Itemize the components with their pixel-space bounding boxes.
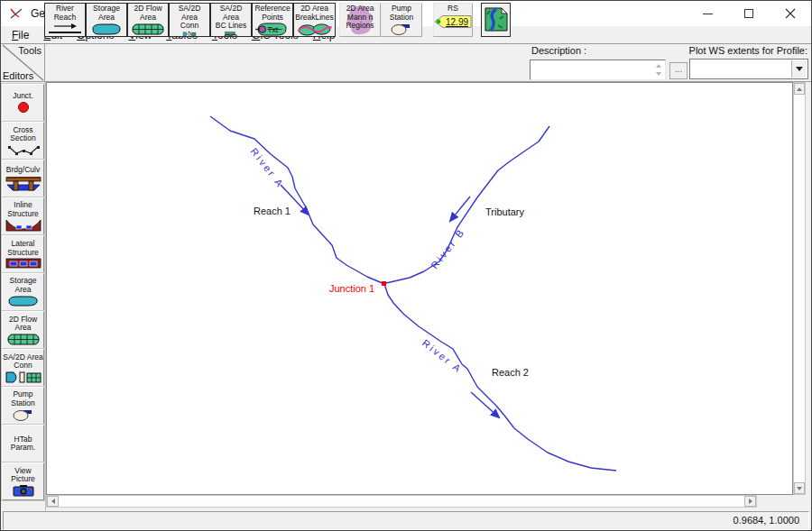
map-icon (484, 7, 508, 32)
storage-area-button[interactable]: Storage Area (86, 3, 127, 37)
sidebar-item-label: HTab Param. (11, 435, 35, 453)
bridge-culvert-icon (5, 176, 42, 191)
sidebar-item-view-picture[interactable]: View Picture (2, 462, 44, 500)
storage-area-icon (5, 295, 42, 307)
app-icon (9, 7, 23, 20)
profile-dropdown[interactable] (689, 59, 808, 79)
description-expand-button[interactable]: ... (669, 62, 687, 79)
tributary-flow-arrow (450, 197, 470, 221)
lateral-structure-icon (5, 258, 42, 269)
sidebar-item-pump-station[interactable]: Pump Station (2, 387, 44, 425)
scroll-right-button[interactable] (744, 496, 756, 507)
sidebar-item-htab-param[interactable]: HTab Param. (2, 425, 44, 462)
sidebar-item-sa2d-area-conn[interactable]: SA/2D Area Conn (2, 349, 44, 387)
editors-sidebar: Junct. Cross Section Brdg/Culv (1, 82, 46, 530)
sa2d-area-bc-lines-icon (212, 32, 250, 37)
scroll-down-icon (797, 487, 802, 490)
sidebar-item-label: Brdg/Culv (6, 166, 40, 175)
storage-area-icon (88, 23, 125, 36)
river-reach-button[interactable]: River Reach (44, 3, 86, 37)
minimize-button[interactable] (687, 1, 728, 26)
sidebar-item-label: View Picture (11, 467, 34, 484)
reference-points-button[interactable]: Reference Points Txt (252, 3, 293, 37)
inline-structure-icon (5, 219, 42, 232)
river-a-upper-label: River A (248, 146, 286, 190)
sidebar-item-junction[interactable]: Junct. (2, 84, 44, 122)
sidebar-item-label: Junct. (13, 92, 33, 101)
sa2d-area-conn-label: SA/2D Area Conn (170, 5, 209, 31)
reach1-label: Reach 1 (254, 206, 291, 216)
sidebar-item-bridge-culvert[interactable]: Brdg/Culv (2, 160, 44, 197)
spinner-up-icon (656, 64, 661, 68)
sa2d-area-bc-lines-button[interactable]: SA/2D Area BC Lines (210, 3, 252, 37)
menu-file[interactable]: File (5, 29, 36, 41)
sa2d-area-conn-icon (171, 32, 208, 37)
camera-icon (13, 485, 34, 497)
2d-flow-area-icon (6, 334, 41, 345)
2d-area-breaklines-label: 2D Area BreakLines (295, 5, 334, 22)
profile-dropdown-button[interactable] (791, 60, 807, 78)
sidebar-item-lateral-structure[interactable]: Lateral Structure (2, 235, 44, 273)
sidebar-item-label: Pump Station (11, 390, 34, 407)
description-input[interactable] (530, 60, 666, 80)
rs-button[interactable]: RS 12.99 (433, 3, 473, 37)
sa2d-area-bc-lines-label: SA/2D Area BC Lines (211, 5, 251, 31)
junction-node[interactable] (382, 281, 386, 286)
cursor-coordinates: 0.9684, 1.0000 (734, 515, 799, 526)
geometric-data-window: Geometric Data - test gemoetry File Edit… (0, 0, 812, 531)
2d-area-breaklines-button[interactable]: 2D Area BreakLines (293, 3, 336, 37)
sidebar-item-label: Inline Structure (7, 201, 39, 218)
pump-station-icon (12, 408, 35, 421)
description-spinner[interactable] (653, 61, 664, 78)
editors-label: Editors (3, 70, 33, 81)
rs-tag-icon: 12.99 (434, 14, 472, 29)
pump-station-icon (390, 23, 413, 35)
close-button[interactable] (770, 1, 811, 26)
cross-section-icon (6, 144, 41, 156)
scroll-left-button[interactable] (47, 496, 59, 507)
2d-flow-area-label: 2D Flow Area (134, 5, 161, 22)
sa2d-area-conn-button[interactable]: SA/2D Area Conn (169, 3, 210, 37)
storage-area-label: Storage Area (93, 5, 120, 22)
tools-editors-corner: Tools Editors (1, 43, 45, 82)
pump-station-toolbar-label: Pump Station (390, 5, 413, 22)
scroll-up-button[interactable] (794, 83, 805, 95)
tools-label: Tools (18, 45, 42, 56)
status-bar: 0.9684, 1.0000 (3, 511, 809, 530)
2d-area-mann-n-regions-button[interactable]: 2D Area Mann n Regions (339, 3, 381, 37)
background-map-button[interactable] (481, 3, 511, 37)
2d-area-mann-n-regions-label: 2D Area Mann n Regions (346, 5, 374, 31)
minimize-icon (703, 14, 713, 14)
river-a-reach1-line (210, 116, 384, 284)
horizontal-scrollbar[interactable] (46, 495, 757, 508)
pump-station-toolbar-button[interactable]: Pump Station (381, 3, 422, 37)
sidebar-item-2d-flow-area[interactable]: 2D Flow Area (2, 311, 44, 349)
2d-flow-area-icon (130, 23, 166, 36)
sidebar-item-storage-area[interactable]: Storage Area (2, 273, 44, 311)
sidebar-item-inline-structure[interactable]: Inline Structure (2, 197, 44, 235)
profile-label: Plot WS extents for Profile: (689, 45, 807, 56)
river-b-tributary-line (386, 126, 549, 283)
sidebar-item-cross-section[interactable]: Cross Section (2, 122, 44, 160)
sidebar-item-label: Lateral Structure (7, 240, 39, 257)
river-reach-label: River Reach (54, 5, 77, 22)
2d-flow-area-button[interactable]: 2D Flow Area (127, 3, 169, 37)
tributary-label: Tributary (485, 206, 524, 217)
maximize-button[interactable] (728, 1, 770, 26)
junction-icon (16, 101, 31, 114)
vertical-scrollbar[interactable] (793, 82, 806, 495)
river-b-label: River B (429, 226, 466, 271)
schematic-canvas[interactable]: River A Reach 1 Tributary River B Juncti… (46, 82, 793, 495)
reference-points-label: Reference Points (254, 5, 290, 22)
reach2-label: Reach 2 (492, 367, 529, 378)
sidebar-item-label: Storage Area (10, 277, 37, 294)
close-icon (785, 8, 796, 19)
2d-area-breaklines-icon (296, 23, 334, 36)
description-label: Description : (531, 45, 586, 56)
sidebar-item-label: Cross Section (10, 126, 35, 143)
scroll-down-button[interactable] (794, 482, 805, 494)
scroll-up-icon (797, 87, 802, 91)
chevron-down-icon (796, 67, 803, 71)
sidebar-item-label: SA/2D Area Conn (3, 353, 42, 371)
river-reach-arrow-icon (47, 23, 83, 35)
